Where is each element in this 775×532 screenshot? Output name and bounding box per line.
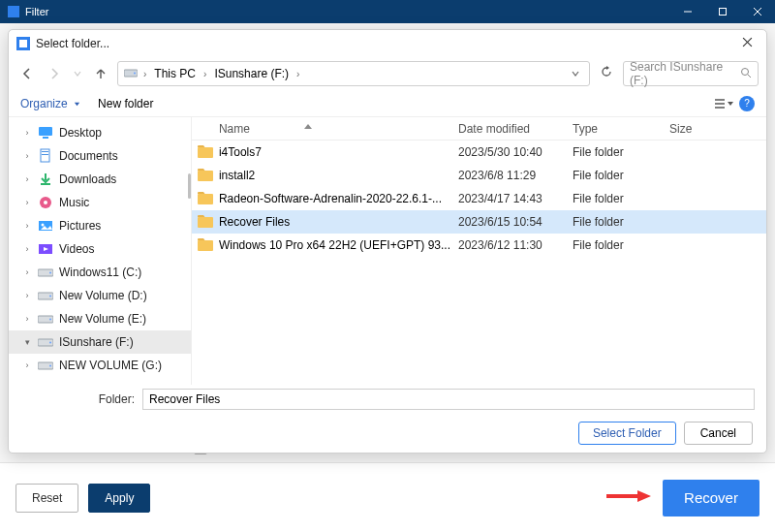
path-segment-this-pc[interactable]: This PC xyxy=(152,67,198,80)
cancel-button[interactable]: Cancel xyxy=(684,422,753,445)
folder-tree[interactable]: ›Desktop›Documents›Downloads›Music›Pictu… xyxy=(9,117,192,385)
folder-name-input[interactable] xyxy=(142,389,755,410)
svg-rect-45 xyxy=(198,217,213,228)
drive-icon xyxy=(38,265,53,280)
tree-item[interactable]: ›Downloads xyxy=(9,168,191,191)
bottom-bar: Reset Apply Recover xyxy=(0,462,775,532)
tree-item[interactable]: ›Documents xyxy=(9,144,191,168)
tree-item[interactable]: ›Videos xyxy=(9,237,191,261)
svg-rect-24 xyxy=(42,151,48,152)
column-date[interactable]: Date modified xyxy=(458,122,573,136)
list-row[interactable]: install22023/6/8 11:29File folder xyxy=(192,164,766,187)
tree-item-label: Downloads xyxy=(59,172,116,186)
address-bar[interactable]: › This PC › ISunshare (F:) › xyxy=(117,61,590,86)
chevron-right-icon[interactable]: › xyxy=(141,69,148,79)
dialog-toolbar: Organize New folder ? xyxy=(9,90,766,117)
svg-rect-46 xyxy=(198,240,213,251)
expand-icon[interactable]: › xyxy=(22,291,32,300)
nav-forward-button[interactable] xyxy=(44,63,65,84)
minimize-button[interactable] xyxy=(670,0,705,23)
row-name: i4Tools7 xyxy=(219,145,458,159)
path-segment-drive[interactable]: ISunshare (F:) xyxy=(212,67,291,80)
recover-button[interactable]: Recover xyxy=(663,480,760,516)
row-date: 2023/4/17 14:43 xyxy=(458,192,573,205)
tree-item[interactable]: ›Windows11 (C:) xyxy=(9,261,191,284)
nav-back-button[interactable] xyxy=(16,63,38,84)
expand-icon[interactable]: ▾ xyxy=(22,337,32,347)
desktop-icon xyxy=(38,125,53,141)
help-button[interactable]: ? xyxy=(739,96,755,111)
expand-icon[interactable]: › xyxy=(22,360,32,370)
reset-button[interactable]: Reset xyxy=(16,484,78,513)
list-header[interactable]: Name Date modified Type Size xyxy=(192,117,766,141)
chevron-right-icon[interactable]: › xyxy=(294,69,301,79)
svg-marker-7 xyxy=(637,490,651,502)
expand-icon[interactable]: › xyxy=(22,221,32,231)
svg-point-41 xyxy=(49,365,51,367)
organize-menu[interactable]: Organize xyxy=(20,97,80,110)
svg-point-39 xyxy=(49,342,51,344)
row-type: File folder xyxy=(573,238,669,252)
tree-item[interactable]: ›New Volume (D:) xyxy=(9,284,191,307)
drive-icon xyxy=(38,311,53,327)
tree-item[interactable]: ›NEW VOLUME (G:) xyxy=(9,354,191,377)
maximize-button[interactable] xyxy=(705,0,740,23)
list-row[interactable]: Windows 10 Pro x64 22H2 (UEFI+GPT) 93...… xyxy=(192,234,766,257)
dialog-footer: Select Folder Cancel xyxy=(9,414,766,453)
new-folder-button[interactable]: New folder xyxy=(98,97,153,110)
row-type: File folder xyxy=(573,192,669,205)
tree-item-label: Pictures xyxy=(59,219,101,233)
folder-icon xyxy=(198,145,213,159)
dialog-icon xyxy=(16,37,30,50)
dialog-close-button[interactable] xyxy=(735,37,759,50)
column-name[interactable]: Name xyxy=(192,122,458,136)
address-dropdown-button[interactable] xyxy=(568,69,583,79)
svg-rect-25 xyxy=(42,154,48,155)
chevron-right-icon[interactable]: › xyxy=(202,69,208,79)
apply-button[interactable]: Apply xyxy=(88,484,150,513)
tree-item-label: New Volume (D:) xyxy=(59,289,147,302)
close-button[interactable] xyxy=(740,0,775,23)
folder-label: Folder: xyxy=(20,392,135,406)
row-name: Radeon-Software-Adrenalin-2020-22.6.1-..… xyxy=(219,192,458,205)
select-folder-button[interactable]: Select Folder xyxy=(578,422,676,445)
downloads-icon xyxy=(38,172,53,187)
expand-icon[interactable]: › xyxy=(22,198,32,207)
svg-rect-21 xyxy=(39,127,52,136)
folder-icon xyxy=(198,169,213,182)
tree-item[interactable]: ›Desktop xyxy=(9,121,191,144)
expand-icon[interactable]: › xyxy=(22,267,32,277)
column-type[interactable]: Type xyxy=(573,122,669,136)
tree-item[interactable]: ›Music xyxy=(9,191,191,214)
tree-item-label: New Volume (E:) xyxy=(59,312,146,326)
row-date: 2023/5/30 10:40 xyxy=(458,145,573,159)
expand-icon[interactable]: › xyxy=(22,244,32,254)
dialog-nav: › This PC › ISunshare (F:) › Search ISun… xyxy=(9,57,766,90)
nav-up-button[interactable] xyxy=(90,63,111,84)
svg-point-37 xyxy=(49,319,51,321)
expand-icon[interactable]: › xyxy=(22,314,32,324)
list-row[interactable]: Recover Files2023/6/15 10:54File folder xyxy=(192,210,766,234)
svg-point-30 xyxy=(42,224,45,227)
list-row[interactable]: i4Tools72023/5/30 10:40File folder xyxy=(192,141,766,164)
view-options-button[interactable] xyxy=(714,97,729,110)
column-size[interactable]: Size xyxy=(669,122,766,136)
expand-icon[interactable]: › xyxy=(22,151,32,161)
tree-item[interactable]: ›New Volume (E:) xyxy=(9,307,191,330)
annotation-arrow-recover xyxy=(604,488,651,504)
nav-recent-dropdown[interactable] xyxy=(71,63,84,84)
expand-icon[interactable]: › xyxy=(22,128,32,138)
tree-item[interactable]: ▾ISunshare (F:) xyxy=(9,330,191,354)
pictures-icon xyxy=(38,218,53,234)
svg-line-17 xyxy=(748,75,751,78)
svg-rect-43 xyxy=(198,171,213,181)
list-row[interactable]: Radeon-Software-Adrenalin-2020-22.6.1-..… xyxy=(192,187,766,210)
folder-icon xyxy=(198,238,213,252)
search-input[interactable]: Search ISunshare (F:) xyxy=(623,61,759,86)
refresh-button[interactable] xyxy=(596,65,617,82)
svg-point-16 xyxy=(742,68,749,75)
tree-item[interactable]: ›Pictures xyxy=(9,214,191,237)
outer-title-text: Filter xyxy=(25,6,670,17)
row-type: File folder xyxy=(573,145,669,159)
expand-icon[interactable]: › xyxy=(22,174,32,184)
